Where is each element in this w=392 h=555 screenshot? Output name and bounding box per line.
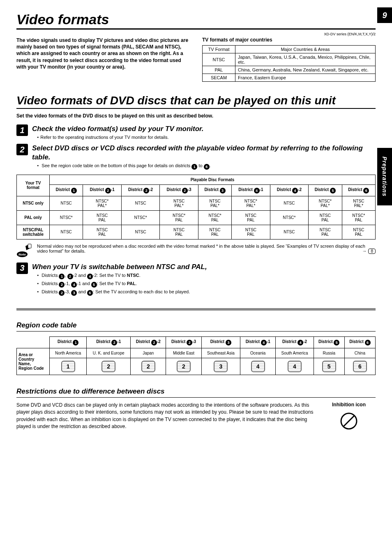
divider xyxy=(16,28,376,30)
note: Note Normal video may not be reproduced … xyxy=(16,244,376,258)
district-badge-icon: 1 xyxy=(59,274,65,279)
svg-text:Note: Note xyxy=(18,253,26,256)
region-row-header-code: Region Code xyxy=(18,366,44,371)
region-code-cell: 4 xyxy=(276,358,314,375)
step-2: 2 Select DVD discs or VCD discs recorded… xyxy=(16,144,376,170)
region-area-cell: U. K. and Europe xyxy=(87,348,131,358)
region-code-icon: 2 xyxy=(101,361,115,372)
district-header: District 2-1 xyxy=(83,184,121,196)
note-text: Normal video may not be reproduced when … xyxy=(37,244,376,254)
step-3: 3 When your TV is switchable between NTS… xyxy=(16,263,376,296)
district-header: District 4-1 xyxy=(232,184,270,196)
district-header: District 4-1 xyxy=(240,337,276,348)
district-badge-icon: 1 xyxy=(191,164,197,170)
district-badge-icon: 2 xyxy=(59,282,65,288)
step-3-bullet-2: Districts 2-1, 4-1 and 5: Set the TV to … xyxy=(32,281,376,288)
region-code-cell: 2 xyxy=(87,358,131,375)
district-badge-icon: 6 xyxy=(204,164,210,170)
tv-formats-title: TV formats of major countries xyxy=(202,37,376,43)
region-area-cell: China xyxy=(344,348,375,358)
tv-formats-table: TV Format Major Countries & Areas NTSCJa… xyxy=(202,45,376,82)
district-header: District 2-2 xyxy=(121,184,159,196)
table-row: SECAMFrance, Eastern Europe xyxy=(203,74,376,82)
district-header: District 6 xyxy=(342,184,375,196)
inhibition-icon xyxy=(322,412,376,432)
region-code-icon: 4 xyxy=(288,361,302,372)
divider xyxy=(16,308,376,311)
district-header: District 3 xyxy=(198,184,231,196)
region-code-cell: 2 xyxy=(166,358,201,375)
district-badge-icon: 5 xyxy=(91,282,97,288)
district-header: District 5 xyxy=(314,337,344,348)
region-area-cell: Southeast Asia xyxy=(201,348,240,358)
table-row: Area or Country Name, Region Code North … xyxy=(17,348,376,358)
region-code-icon: 5 xyxy=(322,361,336,372)
step-number-icon: 1 xyxy=(16,124,28,136)
section-title-video-formats: Video formats xyxy=(16,12,376,28)
region-row-header-area: Area or Country Name, xyxy=(18,352,34,366)
district-badge-icon: 6 xyxy=(87,290,93,296)
district-badge-icon: 4 xyxy=(87,274,93,279)
page-number-tab: 9 xyxy=(377,7,392,23)
district-header: District 3 xyxy=(201,337,240,348)
district-badge-icon: 2 xyxy=(67,274,73,279)
district-header-row: District 1District 2-1District 2-2Distri… xyxy=(17,184,376,196)
table-row: PAL onlyNTSC*NTSCPALNTSC*NTSC*PALNTSC*PA… xyxy=(17,210,376,225)
district-header: District 2-1 xyxy=(87,337,131,348)
section-title-dvd-formats: Video formats of DVD discs that can be p… xyxy=(16,94,376,107)
restrictions-title: Restrictions due to difference between d… xyxy=(16,387,376,396)
arrow-icon: → xyxy=(362,249,367,253)
region-code-icon: 2 xyxy=(177,361,191,372)
intro-paragraph: The video signals used to display TV pic… xyxy=(16,37,190,70)
district-header: District 4-2 xyxy=(270,184,308,196)
region-code-cell: 3 xyxy=(201,358,240,375)
svg-line-4 xyxy=(344,416,354,426)
tv-table-header-format: TV Format xyxy=(203,46,235,53)
region-area-cell: Oceania xyxy=(240,348,276,358)
region-code-icon: 2 xyxy=(141,361,155,372)
district-header: District 2-2 xyxy=(131,337,166,348)
district-header: District 1 xyxy=(50,337,87,348)
svg-rect-2 xyxy=(28,244,31,248)
tv-table-header-areas: Major Countries & Areas xyxy=(235,46,376,53)
table-row: NTSC onlyNTSCNTSC*PAL*NTSCNTSCPAL*NTSCPA… xyxy=(17,196,376,210)
step-3-bullet-3: Districts 2-3, 3 and 6: Set the TV accor… xyxy=(32,289,376,296)
step-3-title: When your TV is switchable between NTSC … xyxy=(32,263,376,271)
divider xyxy=(16,108,376,109)
step-1-bullet: Refer to the operating instructions of y… xyxy=(32,135,376,140)
region-area-cell: Middle East xyxy=(166,348,201,358)
district-header: District 4-2 xyxy=(276,337,314,348)
table-row: 122234456 xyxy=(17,358,376,375)
table-row: PALChina, Germany, Australia, New Zealan… xyxy=(203,66,376,74)
step-2-bullet: See the region code table on the bottom … xyxy=(32,163,376,170)
district-header: District 2-3 xyxy=(166,337,201,348)
side-tab-preparations: Preparations xyxy=(377,148,392,205)
step-number-icon: 2 xyxy=(16,144,28,155)
region-code-table: District 1District 2-1District 2-2Distri… xyxy=(16,336,376,375)
page-ref: 8 xyxy=(368,249,376,254)
series-label: XD-DV series (EN/K,M,T,X,Y)/2 xyxy=(16,32,376,36)
inhibition-icon-title: Inhibition icon xyxy=(322,402,376,408)
table-row: NTSC/PAL switchableNTSCNTSCPALNTSCNTSCPA… xyxy=(17,225,376,239)
playable-header-yourtv: Your TV format xyxy=(17,175,50,196)
region-code-icon: 6 xyxy=(353,361,367,372)
region-code-icon: 1 xyxy=(61,361,75,372)
step-2-title: Select DVD discs or VCD discs recorded w… xyxy=(32,144,376,161)
region-code-icon: 4 xyxy=(251,361,265,372)
step-1-title: Check the video format(s) used by your T… xyxy=(32,124,376,133)
step-1: 1 Check the video format(s) used by your… xyxy=(16,124,376,140)
district-header: District 2-3 xyxy=(160,184,198,196)
step-number-icon: 3 xyxy=(16,263,28,274)
district-header: District 5 xyxy=(309,184,342,196)
region-header-row: District 1District 2-1District 2-2Distri… xyxy=(17,337,376,348)
region-code-cell: 6 xyxy=(344,358,375,375)
playable-formats-table: Your TV format Playable Disc Formats Dis… xyxy=(16,175,376,240)
page: 9 Preparations Video formats XD-DV serie… xyxy=(0,0,392,448)
region-code-icon: 3 xyxy=(214,361,228,372)
district-header: District 6 xyxy=(344,337,375,348)
divider xyxy=(16,331,376,332)
region-code-cell: 5 xyxy=(314,358,344,375)
table-row: NTSCJapan, Taiwan, Korea, U.S.A., Canada… xyxy=(203,53,376,66)
region-code-cell: 4 xyxy=(240,358,276,375)
set-instruction: Set the video formats of the DVD discs t… xyxy=(16,113,376,119)
